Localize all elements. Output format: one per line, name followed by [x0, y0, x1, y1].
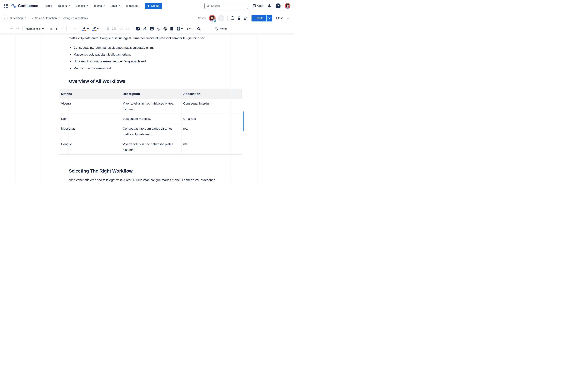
plus-icon	[147, 5, 150, 7]
page-header-bar: › CleverApp / … / Sales Automation / Set…	[0, 12, 294, 25]
update-options-chevron[interactable]	[267, 15, 272, 21]
app-switcher-icon[interactable]	[4, 4, 8, 8]
editor-canvas[interactable]: mattis vulputate enim. Congue quisque eg…	[0, 33, 294, 184]
divider	[79, 26, 79, 31]
workflows-table-wrapper: Method Description Application Viverra V…	[59, 89, 242, 155]
search-field[interactable]	[211, 4, 246, 8]
notifications-bell-icon[interactable]	[268, 4, 271, 8]
highlight-color-icon[interactable]	[91, 26, 100, 32]
create-button[interactable]: Create	[145, 3, 162, 9]
ai-sparkle-icon	[215, 27, 219, 31]
collaborator-cursor	[243, 111, 244, 131]
cell-description[interactable]: Viverra tellus in hac habitasse platea d…	[121, 99, 182, 114]
nav-item-teams[interactable]: Teams	[94, 4, 104, 8]
chat-bubble-icon	[252, 4, 256, 8]
more-actions-button[interactable]: ⋯	[287, 16, 291, 20]
breadcrumb-item-parent[interactable]: Sales Automation	[35, 17, 57, 20]
invite-people-button[interactable]: +	[218, 15, 225, 21]
insert-more-icon[interactable]: +	[185, 26, 192, 32]
collaborator-avatar[interactable]: M	[209, 15, 216, 21]
emoji-icon[interactable]	[163, 26, 168, 31]
cell-description[interactable]: Viverra tellus in hac habitasse platea d…	[121, 139, 182, 155]
bullet-list-icon[interactable]	[105, 27, 110, 31]
numbered-list-icon[interactable]: 12	[112, 27, 117, 31]
update-button[interactable]: Update	[251, 15, 267, 21]
chevron-down-icon	[42, 28, 44, 29]
text-color-icon[interactable]: A	[81, 26, 90, 32]
bullet-list: Consequat interdum varius sit amet matti…	[69, 45, 224, 71]
italic-button[interactable]: I	[55, 26, 58, 31]
nav-item-apps[interactable]: Apps	[110, 4, 120, 8]
workflows-table[interactable]: Method Description Application Viverra V…	[59, 89, 242, 155]
top-navigation-bar: Confluence Home Recent Spaces Teams	[0, 0, 294, 12]
nav-item-spaces[interactable]: Spaces	[76, 4, 88, 8]
document-body[interactable]: mattis vulputate enim. Congue quisque eg…	[69, 35, 224, 184]
outdent-icon[interactable]	[119, 27, 124, 31]
user-avatar[interactable]	[285, 3, 290, 9]
undo-icon[interactable]: ↶	[9, 26, 14, 32]
cell-application[interactable]: Consequat interdum	[182, 99, 232, 114]
update-split-button: Update	[251, 15, 272, 21]
insert-image-icon[interactable]	[149, 26, 154, 31]
chat-button[interactable]: Chat	[252, 4, 263, 8]
more-formatting-button[interactable]: ⋯	[60, 26, 64, 31]
nav-item-templates[interactable]: Templates	[126, 4, 138, 8]
task-list-icon[interactable]	[135, 26, 140, 31]
indent-icon[interactable]	[125, 27, 130, 31]
close-button[interactable]: Close	[275, 17, 285, 20]
chevron-down-icon	[68, 5, 69, 6]
editor-toolbar: ↶ ↷ Normal text B I ⋯ A	[0, 25, 294, 33]
saved-status: Saved	[198, 17, 206, 20]
breadcrumb-ellipsis[interactable]: …	[27, 17, 30, 20]
layout-guide	[41, 33, 41, 184]
divider	[133, 26, 133, 31]
cell-application[interactable]: n/a	[182, 139, 232, 155]
insert-link-icon[interactable]	[142, 26, 148, 32]
cell-method[interactable]: Viverra	[59, 99, 121, 114]
column-header[interactable]: Description	[121, 89, 182, 99]
unlock-icon[interactable]	[237, 16, 241, 20]
copy-link-icon[interactable]	[243, 16, 248, 20]
nav-item-home[interactable]: Home	[45, 4, 52, 8]
cell-method[interactable]: Congue	[59, 139, 121, 155]
cell-method[interactable]: Maecenas	[59, 124, 121, 139]
find-replace-icon[interactable]	[196, 26, 201, 31]
breadcrumb: CleverApp / … / Sales Automation / Setti…	[10, 17, 88, 20]
column-header[interactable]: Application	[182, 89, 232, 99]
expand-sidebar-button[interactable]: ›	[1, 15, 8, 21]
cell-empty[interactable]	[232, 124, 242, 139]
confluence-logo[interactable]: Confluence	[11, 3, 38, 8]
cell-method[interactable]: Nibh	[59, 114, 121, 124]
inline-comment-icon[interactable]	[231, 16, 235, 20]
cell-description[interactable]: Consequat interdum varius sit amet matti…	[121, 124, 182, 139]
section-title-selecting: Selecting The Right Workflow	[69, 168, 224, 174]
search-input[interactable]	[204, 3, 248, 9]
section-title-overview: Overview of All Workflows	[69, 79, 224, 84]
text-style-dropdown[interactable]: Normal text	[25, 26, 45, 31]
bold-button[interactable]: B	[50, 26, 53, 31]
cell-description[interactable]: Vestibulum rhoncus.	[121, 114, 182, 124]
list-item: Mauris rhoncus aenean vel.	[73, 66, 224, 71]
mention-icon[interactable]: @	[156, 26, 161, 32]
cell-empty[interactable]	[232, 114, 242, 124]
breadcrumb-item-current[interactable]: Setting up Workflows	[61, 17, 88, 20]
help-icon[interactable]: ?	[276, 3, 281, 8]
divider	[66, 26, 67, 31]
floating-toolbar-peek	[128, 33, 172, 36]
ai-write-button[interactable]: Write	[215, 27, 226, 31]
text-align-icon[interactable]	[69, 27, 77, 31]
nav-item-recent[interactable]: Recent	[58, 4, 70, 8]
column-header-empty[interactable]	[232, 89, 242, 99]
layout-guide	[258, 33, 258, 184]
layouts-icon[interactable]	[170, 26, 174, 31]
insert-table-icon[interactable]	[176, 26, 184, 31]
chevron-down-icon	[103, 5, 104, 6]
column-header[interactable]: Method	[59, 89, 121, 99]
breadcrumb-item-space[interactable]: CleverApp	[10, 17, 23, 20]
cell-empty[interactable]	[232, 139, 242, 155]
cell-empty[interactable]	[232, 99, 242, 114]
redo-icon[interactable]: ↷	[15, 26, 20, 32]
cell-application[interactable]: n/a	[182, 124, 232, 139]
cell-application[interactable]: Urna nec	[182, 114, 232, 124]
intro-paragraph: mattis vulputate enim. Congue quisque eg…	[69, 35, 224, 41]
